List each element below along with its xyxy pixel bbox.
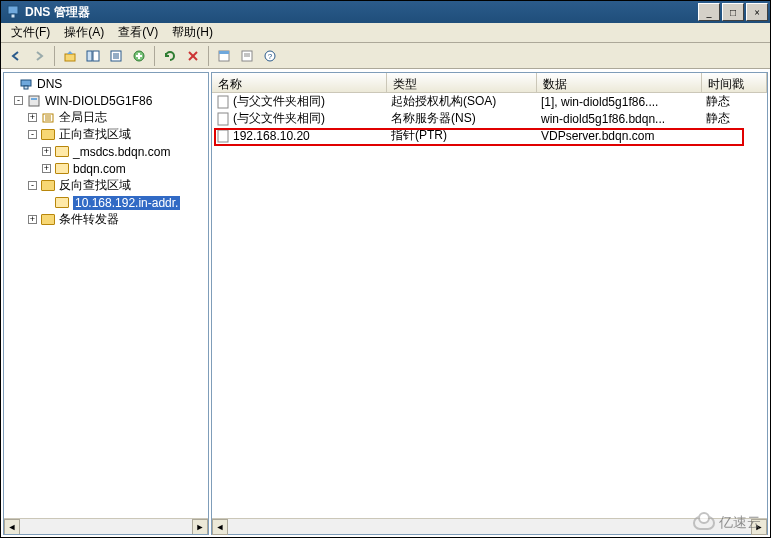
menu-view[interactable]: 查看(V) bbox=[112, 22, 164, 43]
scroll-right-button[interactable]: ► bbox=[192, 519, 208, 535]
tree-global-log-label: 全局日志 bbox=[59, 109, 107, 126]
up-button[interactable] bbox=[59, 45, 81, 67]
record-data: [1], win-diold5g1f86.... bbox=[537, 95, 702, 109]
col-data[interactable]: 数据 bbox=[537, 73, 702, 92]
zone-icon bbox=[54, 195, 70, 211]
expander-icon[interactable]: - bbox=[28, 181, 37, 190]
menu-help[interactable]: 帮助(H) bbox=[166, 22, 219, 43]
record-row[interactable]: 192.168.10.20 指针(PTR) VDPserver.bdqn.com bbox=[212, 127, 767, 144]
svg-rect-23 bbox=[29, 96, 39, 106]
record-row[interactable]: (与父文件夹相同) 名称服务器(NS) win-diold5g1f86.bdqn… bbox=[212, 110, 767, 127]
svg-rect-21 bbox=[21, 80, 31, 86]
dns-icon bbox=[18, 76, 34, 92]
tree-fwd-child[interactable]: + bdqn.com bbox=[6, 160, 208, 177]
tree-fwd-zone-label: 正向查找区域 bbox=[59, 126, 131, 143]
tree-conditional-forwarders[interactable]: + 条件转发器 bbox=[6, 211, 208, 228]
toolbar-separator bbox=[154, 46, 155, 66]
col-type[interactable]: 类型 bbox=[387, 73, 537, 92]
window-controls: _ □ × bbox=[696, 3, 768, 21]
record-data: win-diold5g1f86.bdqn... bbox=[537, 112, 702, 126]
expander-icon[interactable]: + bbox=[42, 164, 51, 173]
expander-icon[interactable]: - bbox=[14, 96, 23, 105]
scroll-track[interactable] bbox=[20, 519, 192, 534]
log-icon bbox=[40, 110, 56, 126]
tree-server[interactable]: - WIN-DIOLD5G1F86 bbox=[6, 92, 208, 109]
toolbar-separator bbox=[54, 46, 55, 66]
menu-action[interactable]: 操作(A) bbox=[58, 22, 110, 43]
svg-rect-15 bbox=[219, 51, 229, 54]
tree-server-label: WIN-DIOLD5G1F86 bbox=[45, 94, 152, 108]
expander-blank bbox=[6, 79, 15, 88]
tree-rev-child[interactable]: 10.168.192.in-addr. bbox=[6, 194, 208, 211]
titlebar: DNS 管理器 _ □ × bbox=[1, 1, 770, 23]
tree-scrollbar-h[interactable]: ◄ ► bbox=[4, 518, 208, 534]
tree-global-log[interactable]: + 全局日志 bbox=[6, 109, 208, 126]
list-rows[interactable]: (与父文件夹相同) 起始授权机构(SOA) [1], win-diold5g1f… bbox=[212, 93, 767, 518]
svg-rect-31 bbox=[218, 130, 228, 142]
record-name: (与父文件夹相同) bbox=[233, 110, 325, 127]
app-window: DNS 管理器 _ □ × 文件(F) 操作(A) 查看(V) 帮助(H) ? bbox=[0, 0, 771, 538]
record-timestamp: 静态 bbox=[702, 93, 767, 110]
record-type: 名称服务器(NS) bbox=[387, 110, 537, 127]
expander-icon[interactable]: + bbox=[42, 147, 51, 156]
record-name: 192.168.10.20 bbox=[233, 129, 310, 143]
svg-rect-3 bbox=[87, 51, 92, 61]
expander-icon[interactable]: + bbox=[28, 215, 37, 224]
svg-rect-2 bbox=[65, 54, 75, 61]
scroll-left-button[interactable]: ◄ bbox=[212, 519, 228, 535]
forward-button[interactable] bbox=[28, 45, 50, 67]
record-timestamp: 静态 bbox=[702, 110, 767, 127]
expander-blank bbox=[42, 198, 51, 207]
app-icon bbox=[5, 4, 21, 20]
minimize-button[interactable]: _ bbox=[698, 3, 720, 21]
expander-icon[interactable]: + bbox=[28, 113, 37, 122]
tree-root-label: DNS bbox=[37, 77, 62, 91]
record-type: 指针(PTR) bbox=[387, 127, 537, 144]
server-icon bbox=[26, 93, 42, 109]
toolbar: ? bbox=[1, 43, 770, 69]
svg-rect-1 bbox=[11, 14, 15, 18]
tree-root[interactable]: DNS bbox=[6, 75, 208, 92]
record-type: 起始授权机构(SOA) bbox=[387, 93, 537, 110]
menu-file[interactable]: 文件(F) bbox=[5, 22, 56, 43]
svg-rect-29 bbox=[218, 96, 228, 108]
tree-rev-child-label: 10.168.192.in-addr. bbox=[73, 196, 180, 210]
expander-icon[interactable]: - bbox=[28, 130, 37, 139]
list-pane: 名称 类型 数据 时间戳 (与父文件夹相同) 起始授权机构(SOA) [1], … bbox=[211, 72, 768, 535]
svg-rect-0 bbox=[8, 6, 18, 14]
scroll-left-button[interactable]: ◄ bbox=[4, 519, 20, 535]
record-row[interactable]: (与父文件夹相同) 起始授权机构(SOA) [1], win-diold5g1f… bbox=[212, 93, 767, 110]
record-icon bbox=[216, 95, 230, 109]
tree-cond-fwd-label: 条件转发器 bbox=[59, 211, 119, 228]
folder-icon bbox=[40, 127, 56, 143]
close-button[interactable]: × bbox=[746, 3, 768, 21]
back-button[interactable] bbox=[5, 45, 27, 67]
menubar: 文件(F) 操作(A) 查看(V) 帮助(H) bbox=[1, 23, 770, 43]
maximize-button[interactable]: □ bbox=[722, 3, 744, 21]
stop-button[interactable] bbox=[182, 45, 204, 67]
window-title: DNS 管理器 bbox=[25, 4, 696, 21]
record-icon bbox=[216, 112, 230, 126]
tree-fwd-child[interactable]: + _msdcs.bdqn.com bbox=[6, 143, 208, 160]
col-name[interactable]: 名称 bbox=[212, 73, 387, 92]
filter-button[interactable] bbox=[236, 45, 258, 67]
export-button[interactable] bbox=[105, 45, 127, 67]
list-scrollbar-h[interactable]: ◄ ► bbox=[212, 518, 767, 534]
svg-rect-24 bbox=[31, 98, 37, 100]
properties-button[interactable] bbox=[213, 45, 235, 67]
col-timestamp[interactable]: 时间戳 bbox=[702, 73, 767, 92]
refresh-button[interactable] bbox=[159, 45, 181, 67]
record-icon bbox=[216, 129, 230, 143]
show-hide-tree-button[interactable] bbox=[82, 45, 104, 67]
svg-text:?: ? bbox=[268, 52, 273, 61]
scroll-right-button[interactable]: ► bbox=[751, 519, 767, 535]
tree-rev-zone-label: 反向查找区域 bbox=[59, 177, 131, 194]
main-body: DNS - WIN-DIOLD5G1F86 + 全局日志 - bbox=[1, 69, 770, 537]
help-button[interactable]: ? bbox=[259, 45, 281, 67]
add-button[interactable] bbox=[128, 45, 150, 67]
tree-reverse-zone[interactable]: - 反向查找区域 bbox=[6, 177, 208, 194]
zone-icon bbox=[54, 144, 70, 160]
scroll-track[interactable] bbox=[228, 519, 751, 534]
tree-pane[interactable]: DNS - WIN-DIOLD5G1F86 + 全局日志 - bbox=[3, 72, 209, 535]
tree-forward-zone[interactable]: - 正向查找区域 bbox=[6, 126, 208, 143]
